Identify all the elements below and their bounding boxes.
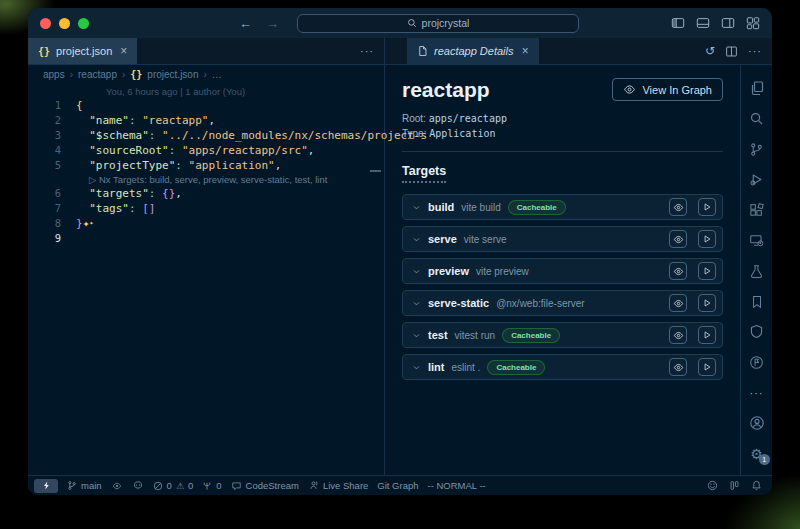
cacheable-badge: Cacheable	[487, 360, 545, 375]
tab-reactapp-details[interactable]: reactapp Details ×	[407, 38, 539, 64]
toggle-panel-icon[interactable]	[696, 16, 710, 30]
notifications-bell-icon[interactable]	[751, 480, 762, 491]
tab-project-json[interactable]: {} project.json ×	[28, 38, 137, 64]
code-token	[136, 113, 143, 128]
close-tab-icon[interactable]: ×	[120, 44, 127, 58]
code-token: "$schema"	[89, 128, 149, 143]
run-debug-icon[interactable]	[741, 164, 772, 194]
nx-graph-icon[interactable]	[741, 347, 772, 377]
minimize-window-button[interactable]	[59, 18, 70, 29]
settings-gear-icon[interactable]: ⚙1	[741, 439, 772, 469]
close-tab-icon[interactable]: ×	[522, 44, 529, 58]
target-row-lint[interactable]: linteslint .Cacheable	[402, 354, 723, 380]
show-target-config-button[interactable]	[669, 262, 687, 280]
show-target-config-button[interactable]	[669, 198, 687, 216]
source-control-icon[interactable]	[741, 134, 772, 164]
breadcrumb-more[interactable]: …	[212, 69, 222, 80]
toggle-primary-sidebar-icon[interactable]	[671, 16, 685, 30]
editor-actions-more-icon[interactable]: ···	[748, 45, 762, 57]
bookmarks-icon[interactable]	[741, 286, 772, 316]
additional-views-icon[interactable]: ···	[750, 387, 764, 399]
nav-back-button[interactable]: ←	[239, 16, 252, 31]
run-target-button[interactable]	[698, 198, 716, 216]
play-icon	[702, 266, 712, 276]
command-center-search[interactable]: projcrystal	[297, 14, 579, 33]
project-type: Application	[429, 128, 495, 139]
run-target-button[interactable]	[698, 326, 716, 344]
tab-label: project.json	[56, 45, 112, 57]
code-line: 5 "projectType": "application",	[28, 158, 384, 173]
expand-target-chevron[interactable]	[412, 267, 421, 276]
breadcrumb[interactable]: apps › reactapp › {} project.json › …	[28, 65, 384, 84]
copilot-status[interactable]	[132, 480, 144, 491]
target-row-test[interactable]: testvitest runCacheable	[402, 322, 723, 348]
line-number: 1	[28, 98, 76, 113]
target-command: vite preview	[476, 266, 529, 277]
file-icon	[417, 45, 428, 57]
expand-target-chevron[interactable]	[412, 299, 421, 308]
project-meta: Root: apps/reactapp Type: Application	[402, 111, 723, 141]
expand-target-chevron[interactable]	[412, 363, 421, 372]
target-name: lint	[428, 361, 445, 373]
nx-remote-indicator[interactable]	[34, 479, 58, 493]
nx-targets-codelens[interactable]: ▷ Nx Targets: build, serve, preview, ser…	[89, 173, 327, 186]
nav-forward-button[interactable]: →	[266, 16, 279, 31]
target-row-serve-static[interactable]: serve-static@nx/web:file-server	[402, 290, 723, 316]
close-window-button[interactable]	[40, 18, 51, 29]
run-target-button[interactable]	[698, 358, 716, 376]
customize-layout-icon[interactable]	[746, 16, 760, 30]
breadcrumb-file[interactable]: project.json	[147, 69, 198, 80]
breadcrumb-apps[interactable]: apps	[43, 69, 65, 80]
refresh-icon[interactable]: ↺	[705, 44, 715, 58]
ports-indicator[interactable]: 0	[202, 480, 221, 491]
code-token: "reactapp"	[142, 113, 208, 128]
git-graph-status[interactable]: Git Graph	[377, 480, 418, 491]
line-number: 3	[28, 128, 76, 143]
live-share-status[interactable]: Live Share	[308, 480, 368, 491]
nx-console-icon[interactable]	[741, 317, 772, 347]
run-target-button[interactable]	[698, 294, 716, 312]
target-command: vite serve	[464, 234, 507, 245]
titlebar: ← → projcrystal	[28, 8, 772, 38]
show-target-config-button[interactable]	[669, 294, 687, 312]
account-icon[interactable]	[741, 408, 772, 438]
testing-beaker-icon[interactable]	[741, 256, 772, 286]
run-target-button[interactable]	[698, 262, 716, 280]
breadcrumb-project[interactable]: reactapp	[78, 69, 117, 80]
target-row-preview[interactable]: previewvite preview	[402, 258, 723, 284]
toggle-secondary-sidebar-icon[interactable]	[721, 16, 735, 30]
code-token	[76, 186, 89, 201]
code-editor[interactable]: You, 6 hours ago | 1 author (You)1{2 "na…	[28, 84, 384, 475]
branch-icon	[67, 480, 77, 491]
editor-actions-more-icon[interactable]: ···	[360, 45, 374, 57]
view-in-graph-button[interactable]: View In Graph	[612, 78, 723, 101]
show-target-config-button[interactable]	[669, 358, 687, 376]
extensions-icon[interactable]	[741, 195, 772, 225]
problems-indicator[interactable]: 0 ⚠ 0	[153, 480, 194, 491]
zoom-window-button[interactable]	[78, 18, 89, 29]
search-icon[interactable]	[741, 103, 772, 133]
remote-explorer-icon[interactable]	[741, 225, 772, 255]
run-target-button[interactable]	[698, 230, 716, 248]
code-token: "name"	[89, 113, 129, 128]
gitlens-blame-toggle[interactable]	[111, 481, 123, 491]
vim-mode-indicator[interactable]: -- NORMAL --	[428, 480, 486, 491]
git-blame-annotation: You, 6 hours ago | 1 author (You)	[106, 85, 245, 98]
expand-target-chevron[interactable]	[412, 235, 421, 244]
feedback-smiley-icon[interactable]	[707, 480, 718, 491]
codestream-status[interactable]: CodeStream	[231, 480, 299, 491]
target-row-serve[interactable]: servevite serve	[402, 226, 723, 252]
format-columns-icon[interactable]	[729, 480, 740, 491]
expand-target-chevron[interactable]	[412, 331, 421, 340]
overview-ruler-marker	[370, 170, 381, 172]
target-row-build[interactable]: buildvite buildCacheable	[402, 194, 723, 220]
target-name: serve	[428, 233, 457, 245]
git-branch-indicator[interactable]: main	[67, 480, 102, 491]
show-target-config-button[interactable]	[669, 230, 687, 248]
expand-target-chevron[interactable]	[412, 203, 421, 212]
code-token	[155, 186, 162, 201]
eye-icon	[673, 298, 684, 309]
show-target-config-button[interactable]	[669, 326, 687, 344]
split-editor-icon[interactable]	[725, 45, 738, 58]
explorer-icon[interactable]	[741, 73, 772, 103]
